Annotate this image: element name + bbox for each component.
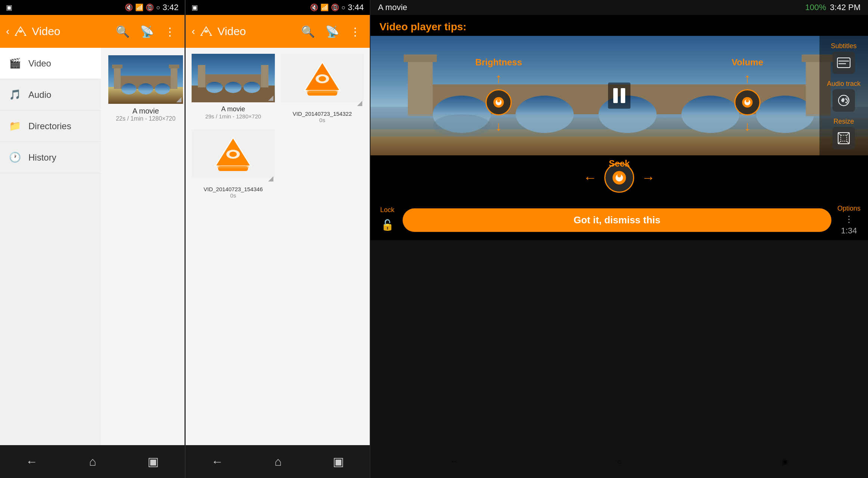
sidebar-item-history[interactable]: 🕐 History [0,142,101,173]
more-icon-mid[interactable]: ⋮ [347,22,364,41]
audio-track-control[interactable]: Audio track [827,80,861,112]
resize-svg [837,131,850,145]
seek-label: Seek [609,158,630,169]
player-bottom-nav: ← ⌂ ▣ [371,445,868,478]
recents-nav-right[interactable]: ▣ [782,458,788,465]
sidebar-item-audio[interactable]: 🎵 Audio [0,79,101,111]
lock-control[interactable]: Lock 🔓 [378,206,397,234]
subtitles-icon [833,52,855,74]
player-status-time: 3:42 PM [830,3,861,12]
svg-point-8 [138,83,153,94]
nav-drawer: 🎬 Video 🎵 Audio 📁 Directories 🕐 History [0,48,101,445]
video-item-154322[interactable]: VID_20140723_154322 0s [281,54,364,123]
recents-nav-left[interactable]: ▣ [140,451,166,472]
options-control[interactable]: Options ⋮ 1:34 [837,205,861,236]
clock-icon: ○ [156,4,160,12]
volume-down-arrow-icon: ↓ [744,118,751,134]
search-icon-mid[interactable]: 🔍 [298,22,318,41]
video-icon: 🎬 [9,58,21,69]
dismiss-button[interactable]: Got it, dismiss this [403,208,831,232]
home-nav-mid[interactable]: ⌂ [267,452,289,472]
player-bottom-bar: Lock 🔓 Got it, dismiss this Options ⋮ 1:… [371,200,868,240]
svg-point-56 [497,99,500,102]
back-nav-left[interactable]: ← [18,452,45,472]
video-item-154346[interactable]: VID_20140723_154346 0s [192,129,275,199]
video-item-a-movie[interactable]: A movie 22s / 1min - 1280×720 [108,55,183,122]
screen-icon-mid: ▣ [192,3,198,12]
resize-icon [833,127,855,149]
subtitles-control[interactable]: Subtitles [831,42,856,74]
right-phone-panel: A movie 100% 3:42 PM Video player tips: [371,0,868,478]
volume-dial-svg [741,96,754,109]
status-time-left: 3:42 [162,3,179,12]
svg-rect-25 [261,65,269,87]
lock-label: Lock [380,206,394,214]
volume-control-icon [734,89,760,115]
video-item-a-movie-mid[interactable]: A movie 29s / 1min - 1280×720 [192,54,275,123]
screen-icon: ▣ [6,3,12,12]
player-battery-status: 100% 3:42 PM [805,3,861,12]
cast-icon-left[interactable]: 📡 [137,22,157,41]
subtitles-label: Subtitles [831,42,856,50]
clock-icon-mid: ○ [341,4,345,12]
svg-rect-62 [838,63,846,64]
svg-rect-3 [17,35,24,37]
home-nav-right[interactable]: ⌂ [618,458,621,465]
video-badge-154322 [357,101,362,106]
volume-label: Volume [732,57,763,68]
content-area-left: A movie 22s / 1min - 1280×720 [101,48,185,445]
bridge-image-left [108,55,183,104]
recents-nav-mid[interactable]: ▣ [325,451,351,472]
status-bar-left: ▣ 🔇 📶 📵 ○ 3:42 [0,0,185,15]
seek-area: Seek ← → [371,155,868,200]
svg-point-23 [244,82,260,93]
video-meta-a-movie-mid: 29s / 1min - 1280×720 [205,113,261,120]
back-nav-mid[interactable]: ← [204,452,231,472]
pause-overlay[interactable] [608,83,630,109]
brightness-label: Brightness [475,57,522,68]
resize-label: Resize [833,118,854,125]
bridge-image-mid [192,54,275,102]
sidebar-item-audio-label: Audio [28,90,51,100]
main-body-left: 🎬 Video 🎵 Audio 📁 Directories 🕐 History [0,48,185,445]
svg-point-21 [206,82,223,93]
brightness-control-icon [486,89,512,115]
lock-icon: 🔓 [378,215,397,234]
svg-point-7 [121,83,136,94]
audio-track-svg [837,94,850,107]
video-badge-154346 [268,176,273,181]
sidebar-item-video[interactable]: 🎬 Video [0,48,101,79]
back-button-mid[interactable]: ‹ [192,25,195,37]
sim-icon: 📵 [146,3,154,12]
brightness-tip: Brightness ↑ ↓ [475,57,522,134]
pause-bars [613,88,625,103]
svg-rect-49 [404,55,437,62]
status-time-mid: 3:44 [348,3,364,12]
svg-rect-48 [408,58,433,116]
audio-track-icon [833,89,855,112]
svg-rect-60 [837,58,850,68]
video-thumb-a-movie-mid [192,54,275,102]
back-button-left[interactable]: ‹ [6,25,9,37]
status-icons-left: ▣ [6,3,12,12]
video-name-154346: VID_20140723_154346 [204,186,263,192]
search-icon-left[interactable]: 🔍 [113,22,133,41]
resize-control[interactable]: Resize [833,118,855,149]
sidebar-item-directories[interactable]: 📁 Directories [0,111,101,142]
audio-icon: 🎵 [9,89,21,100]
cone-thumb-154346 [192,129,275,178]
cast-icon-mid[interactable]: 📡 [322,22,342,41]
sidebar-item-directories-label: Directories [28,121,71,131]
more-icon-left[interactable]: ⋮ [161,22,179,41]
back-nav-right[interactable]: ← [451,458,457,465]
app-title-mid: Video [217,25,294,38]
video-grid-left: A movie 22s / 1min - 1280×720 [101,48,185,445]
brightness-up-arrow-icon: ↑ [495,71,502,86]
home-nav-left[interactable]: ⌂ [81,452,103,472]
dismiss-label: Got it, dismiss this [574,214,661,226]
player-video-area: Brightness ↑ ↓ [371,36,868,155]
mid-phone-panel: ▣ 🔇 📶 📵 ○ 3:44 ‹ Video 🔍 📡 ⋮ [185,0,370,478]
player-status-bar: A movie 100% 3:42 PM [371,0,868,15]
video-badge-left [176,97,182,102]
status-icons-mid-right: 🔇 📶 📵 ○ 3:44 [310,3,364,12]
